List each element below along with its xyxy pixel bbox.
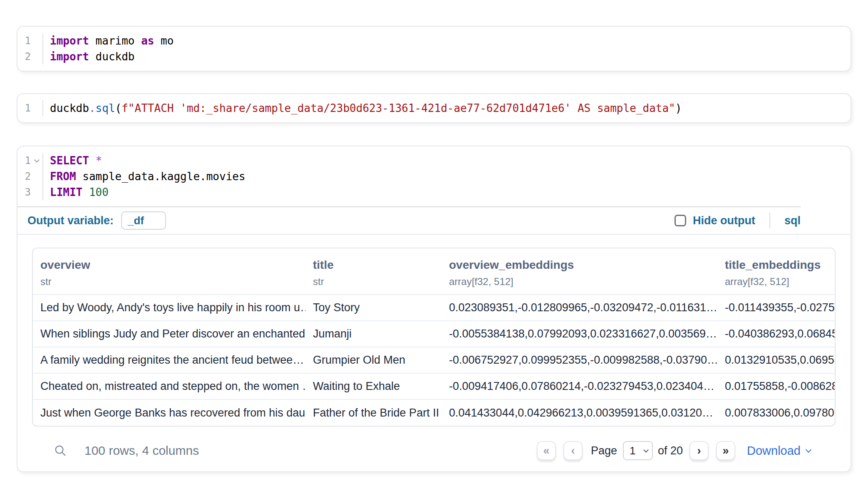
- code-text: duckdb.sql(f"ATTACH 'md:_share/sample_da…: [43, 102, 682, 114]
- column-header-overview[interactable]: overview str: [33, 248, 305, 295]
- controls-right: Hide output sql: [675, 213, 801, 228]
- line-number: 1: [18, 102, 31, 114]
- cell-overview-embeddings: 0.041433044,0.042966213,0.0039591365,0.0…: [441, 399, 717, 426]
- gutter: 1: [17, 33, 43, 49]
- cell-title-embeddings: 0.0132910535,0.06958: [717, 347, 836, 373]
- hide-output-checkbox[interactable]: [675, 215, 686, 226]
- code-text: SELECT *: [43, 154, 102, 167]
- code-text: FROM sample_data.kaggle.movies: [43, 170, 246, 183]
- code-token: .: [89, 102, 96, 114]
- page-select[interactable]: 1: [623, 441, 653, 460]
- cell-title: Grumpier Old Men: [305, 347, 441, 373]
- gutter: 1: [17, 100, 43, 116]
- code-line: 3 LIMIT 100: [17, 184, 851, 200]
- next-page-icon: ›: [697, 444, 701, 457]
- code-cell-attach: 1 duckdb.sql(f"ATTACH 'md:_share/sample_…: [17, 93, 851, 123]
- sql-cell: 1 SELECT * 2 FROM sample_data.kaggle.mov…: [17, 146, 851, 472]
- code-token: [82, 186, 89, 198]
- cell-overview: Just when George Banks has recovered fro…: [33, 399, 305, 426]
- code-token: sql: [96, 102, 115, 114]
- code-token: mo: [154, 35, 174, 47]
- column-type: str: [40, 276, 301, 288]
- code-token: f: [122, 102, 128, 114]
- hide-output-label: Hide output: [693, 214, 755, 227]
- code-editor[interactable]: 1 duckdb.sql(f"ATTACH 'md:_share/sample_…: [17, 94, 851, 122]
- table-row: Led by Woody, Andy's toys live happily i…: [33, 295, 836, 321]
- table-row: Cheated on, mistreated and stepped on, t…: [33, 373, 836, 399]
- pagination: « ‹ Page 1 of 20 › » Download: [537, 441, 811, 460]
- gutter: 2: [17, 49, 43, 64]
- search-icon[interactable]: [54, 444, 67, 457]
- line-number: 1: [18, 155, 31, 166]
- code-editor[interactable]: 1 import marimo as mo 2 import duckdb: [17, 27, 851, 71]
- next-page-button[interactable]: ›: [689, 441, 709, 460]
- code-token: "ATTACH 'md:_share/sample_data/23b0d623-…: [128, 102, 675, 114]
- cell-title: Jumanji: [305, 321, 441, 347]
- code-line: 1 duckdb.sql(f"ATTACH 'md:_share/sample_…: [17, 100, 851, 116]
- code-line: 2 FROM sample_data.kaggle.movies: [17, 169, 851, 184]
- output-variable-label: Output variable:: [27, 214, 114, 227]
- page-total-label: of 20: [658, 444, 683, 457]
- code-text: LIMIT 100: [43, 186, 109, 198]
- column-name: overview_embeddings: [449, 258, 713, 272]
- column-header-title-embeddings[interactable]: title_embeddings array[f32, 512]: [717, 248, 836, 295]
- table-footer: 100 rows, 4 columns « ‹ Page 1 of 20 › »: [32, 427, 834, 471]
- line-number: 1: [18, 35, 31, 47]
- cell-title-embeddings: 0.01755858,-0.0086286: [717, 373, 836, 399]
- code-token: import: [50, 35, 89, 47]
- table-row: When siblings Judy and Peter discover an…: [33, 321, 836, 347]
- cell-overview: Cheated on, mistreated and stepped on, t…: [33, 373, 305, 399]
- cell-output: overview str title str overview_embeddin…: [17, 235, 851, 471]
- sql-cell-controls: Output variable: _df Hide output sql: [17, 207, 801, 234]
- chevron-down-icon: [643, 447, 649, 453]
- last-page-button[interactable]: »: [716, 441, 735, 460]
- table-row: Just when George Banks has recovered fro…: [33, 399, 836, 426]
- divider: [769, 213, 770, 228]
- code-token: LIMIT: [50, 186, 82, 198]
- cell-overview-embeddings: -0.0055384138,0.07992093,0.023316627,0.0…: [441, 321, 717, 347]
- code-token: marimo: [89, 35, 141, 47]
- code-token: import: [50, 50, 89, 63]
- line-number: 2: [18, 171, 31, 182]
- page-label: Page: [591, 444, 617, 457]
- chevron-down-icon: [806, 446, 811, 452]
- code-token: duckdb: [89, 50, 135, 63]
- gutter: 1: [17, 153, 43, 169]
- fold-toggle[interactable]: [31, 160, 42, 162]
- dataframe-table: overview str title str overview_embeddin…: [32, 248, 836, 427]
- code-token: duckdb: [50, 102, 89, 114]
- code-token: sample_data.kaggle.movies: [76, 170, 246, 183]
- table-header-row: overview str title str overview_embeddin…: [33, 248, 836, 295]
- prev-page-button[interactable]: ‹: [563, 441, 583, 460]
- code-text: import duckdb: [43, 50, 135, 63]
- cell-title: Father of the Bride Part II: [305, 399, 441, 426]
- code-editor[interactable]: 1 SELECT * 2 FROM sample_data.kaggle.mov…: [17, 146, 851, 206]
- language-toggle[interactable]: sql: [784, 214, 801, 227]
- first-page-icon: «: [543, 444, 549, 457]
- cell-overview: Led by Woody, Andy's toys live happily i…: [33, 295, 305, 321]
- code-token: 100: [89, 186, 109, 198]
- code-token: SELECT: [50, 154, 89, 167]
- line-number: 2: [18, 51, 31, 62]
- rows-summary: 100 rows, 4 columns: [84, 444, 199, 458]
- last-page-icon: »: [723, 444, 729, 457]
- cell-title-embeddings: 0.007833006,0.097801: [717, 399, 836, 426]
- column-header-title[interactable]: title str: [305, 248, 441, 295]
- code-line: 1 SELECT *: [17, 153, 851, 169]
- gutter: 3: [17, 184, 43, 200]
- code-line: 1 import marimo as mo: [17, 33, 851, 49]
- code-token: [89, 154, 96, 167]
- cell-overview-embeddings: 0.023089351,-0.012809965,-0.03209472,-0.…: [441, 295, 717, 321]
- gutter: 2: [17, 169, 43, 184]
- column-name: title: [313, 258, 437, 272]
- chevron-down-icon: [34, 157, 40, 163]
- column-header-overview-embeddings[interactable]: overview_embeddings array[f32, 512]: [441, 248, 717, 295]
- output-variable-input[interactable]: _df: [121, 211, 166, 230]
- cell-overview-embeddings: -0.006752927,0.099952355,-0.009982588,-0…: [441, 347, 717, 373]
- column-type: array[f32, 512]: [449, 276, 713, 288]
- first-page-button[interactable]: «: [537, 441, 556, 460]
- footer-left: 100 rows, 4 columns: [54, 444, 199, 458]
- cell-title-embeddings: -0.011439355,-0.02752: [717, 295, 836, 321]
- download-button[interactable]: Download: [747, 444, 811, 458]
- column-type: str: [313, 276, 437, 288]
